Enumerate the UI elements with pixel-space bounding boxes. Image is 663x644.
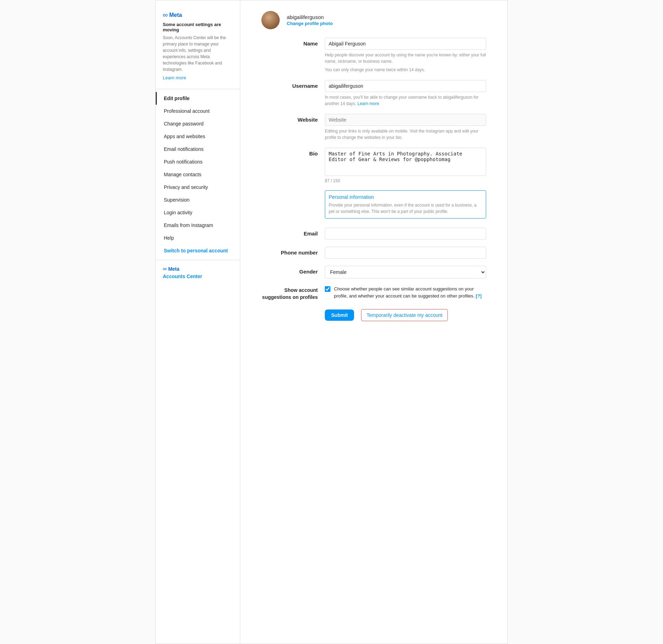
deactivate-link[interactable]: Temporarily deactivate my account xyxy=(361,309,448,321)
meta-logo-text: Meta xyxy=(169,12,182,18)
sidebar-nav: Edit profile Professional account Change… xyxy=(156,92,240,257)
suggestions-question-mark[interactable]: [?] xyxy=(476,293,482,299)
name-row: Name Help people discover your account b… xyxy=(261,38,486,73)
email-row: Email xyxy=(261,228,486,240)
change-profile-photo-link[interactable]: Change profile photo xyxy=(287,21,333,26)
sidebar-item-email-notifications[interactable]: Email notifications xyxy=(156,143,240,155)
personal-info-box: Personal information Provide your person… xyxy=(325,190,486,219)
bio-row: Bio Master of Fine Arts in Photography. … xyxy=(261,148,486,183)
sidebar-item-emails-from-instagram[interactable]: Emails from Instagram xyxy=(156,219,240,232)
sidebar-item-supervision[interactable]: Supervision xyxy=(156,194,240,206)
sidebar-item-edit-profile[interactable]: Edit profile xyxy=(156,92,240,105)
sidebar-nav-list: Edit profile Professional account Change… xyxy=(156,92,240,257)
profile-username: abigailiferguson xyxy=(287,14,333,20)
sidebar-item-switch-to-personal[interactable]: Switch to personal account xyxy=(156,244,240,257)
sidebar-item-professional-account[interactable]: Professional account xyxy=(156,105,240,117)
sidebar-divider xyxy=(156,89,240,89)
accounts-center-link[interactable]: Accounts Center xyxy=(163,274,233,279)
bottom-meta-logo-text: Meta xyxy=(168,266,179,272)
suggestions-text-main: Choose whether people can see similar ac… xyxy=(334,286,475,299)
personal-info-spacer xyxy=(261,190,318,193)
sidebar-item-help[interactable]: Help xyxy=(156,232,240,244)
sidebar-info-title: Some account settings are moving xyxy=(163,22,233,32)
sidebar-item-apps-and-websites[interactable]: Apps and websites xyxy=(156,130,240,143)
gender-label: Gender xyxy=(261,266,318,275)
sidebar-bottom: ∞ Meta Accounts Center xyxy=(156,260,240,283)
email-label: Email xyxy=(261,228,318,237)
bio-label: Bio xyxy=(261,148,318,157)
sidebar-header: ∞ Meta Some account settings are moving … xyxy=(156,7,240,86)
gender-row: Gender Female Male Prefer not to say Cus… xyxy=(261,266,486,278)
username-row: Username In most cases, you'll be able t… xyxy=(261,80,486,107)
meta-logo-icon: ∞ xyxy=(163,11,168,19)
username-hint-text: In most cases, you'll be able to change … xyxy=(325,95,479,106)
website-input xyxy=(325,114,486,126)
learn-more-link[interactable]: Learn more xyxy=(163,75,186,80)
avatar xyxy=(261,11,280,29)
website-row: Website Editing your links is only avail… xyxy=(261,114,486,141)
suggestions-label: Show account suggestions on profiles xyxy=(261,286,318,301)
sidebar-info-body: Soon, Accounts Center will be the primar… xyxy=(163,35,233,73)
personal-info-wrapper: Personal information Provide your person… xyxy=(325,190,486,221)
suggestions-checkbox-wrapper xyxy=(325,286,330,293)
website-field-wrapper: Editing your links is only available on … xyxy=(325,114,486,141)
sidebar: ∞ Meta Some account settings are moving … xyxy=(156,0,240,644)
name-hint1: Help people discover your account by usi… xyxy=(325,52,486,65)
username-input[interactable] xyxy=(325,80,486,92)
meta-logo: ∞ Meta xyxy=(163,11,233,19)
bio-field-wrapper: Master of Fine Arts in Photography. Asso… xyxy=(325,148,486,183)
personal-info-desc: Provide your personal information, even … xyxy=(329,202,482,215)
suggestions-text: Choose whether people can see similar ac… xyxy=(334,286,486,299)
username-hint: In most cases, you'll be able to change … xyxy=(325,94,486,107)
personal-info-title: Personal information xyxy=(329,194,482,200)
sidebar-item-change-password[interactable]: Change password xyxy=(156,117,240,130)
sidebar-item-push-notifications[interactable]: Push notifications xyxy=(156,155,240,168)
email-field-wrapper xyxy=(325,228,486,240)
website-label: Website xyxy=(261,114,318,123)
username-learn-more-link[interactable]: Learn more xyxy=(358,101,379,106)
bottom-meta-logo-icon: ∞ xyxy=(163,266,167,272)
username-field-wrapper: In most cases, you'll be able to change … xyxy=(325,80,486,107)
name-input[interactable] xyxy=(325,38,486,50)
suggestions-checkbox[interactable] xyxy=(325,286,330,292)
username-label: Username xyxy=(261,80,318,89)
profile-header-info: abigailiferguson Change profile photo xyxy=(287,14,333,26)
submit-button[interactable]: Submit xyxy=(325,309,354,321)
bio-textarea[interactable]: Master of Fine Arts in Photography. Asso… xyxy=(325,148,486,176)
website-hint: Editing your links is only available on … xyxy=(325,128,486,141)
phone-input[interactable] xyxy=(325,247,486,259)
suggestions-row: Show account suggestions on profiles Cho… xyxy=(261,286,486,301)
profile-header: abigailiferguson Change profile photo xyxy=(261,11,486,29)
suggestions-content: Choose whether people can see similar ac… xyxy=(325,286,486,299)
sidebar-item-login-activity[interactable]: Login activity xyxy=(156,206,240,219)
name-label: Name xyxy=(261,38,318,47)
bio-char-count: 87 / 150 xyxy=(325,178,486,183)
avatar-image xyxy=(261,11,280,29)
phone-field-wrapper xyxy=(325,247,486,259)
phone-row: Phone number xyxy=(261,247,486,259)
gender-select[interactable]: Female Male Prefer not to say Custom xyxy=(325,266,486,278)
submit-row: Submit Temporarily deactivate my account xyxy=(261,309,486,321)
email-input[interactable] xyxy=(325,228,486,240)
phone-label: Phone number xyxy=(261,247,318,256)
name-field-wrapper: Help people discover your account by usi… xyxy=(325,38,486,73)
name-hint2: You can only change your name twice with… xyxy=(325,67,486,73)
sidebar-item-privacy-and-security[interactable]: Privacy and security xyxy=(156,181,240,194)
gender-field-wrapper: Female Male Prefer not to say Custom xyxy=(325,266,486,278)
personal-info-row: Personal information Provide your person… xyxy=(261,190,486,221)
sidebar-item-manage-contacts[interactable]: Manage contacts xyxy=(156,168,240,181)
sidebar-bottom-meta: ∞ Meta xyxy=(163,266,233,272)
main-content: abigailiferguson Change profile photo Na… xyxy=(240,0,507,644)
